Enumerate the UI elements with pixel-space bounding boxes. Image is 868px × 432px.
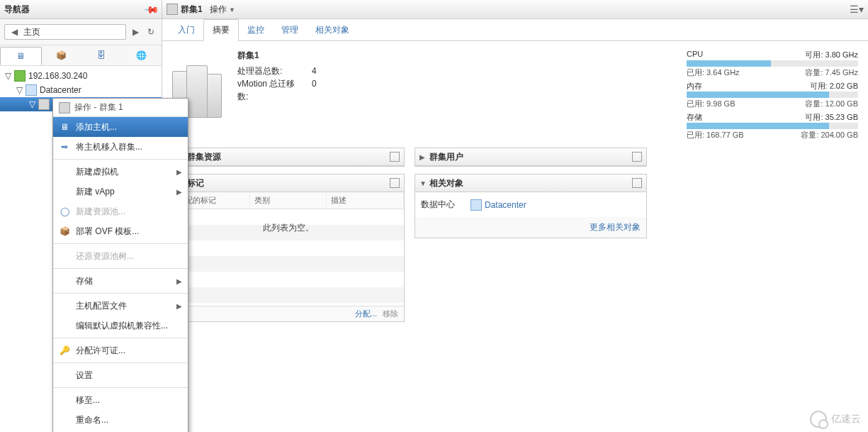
main-header: 群集1 操作 ▼ ☰▾ — [162, 0, 868, 19]
portlet-tags: ▼标记 分配的标记 类别 描述 此列表为空。 分配... 移除 — [172, 174, 405, 322]
forward-icon[interactable]: ▶ — [129, 26, 142, 38]
blank-icon — [59, 320, 70, 331]
breadcrumb-bar: ◀ 主页 ▶ ↻ — [0, 19, 162, 45]
ctx-item[interactable]: 重命名... — [53, 410, 188, 430]
blank-icon — [59, 275, 70, 287]
tree-vcenter[interactable]: ▽ 192.168.30.240 — [0, 69, 162, 83]
ovf-icon: 📦 — [59, 226, 70, 237]
context-menu: 操作 - 群集 1 🖥添加主机...➡将主机移入群集...新建虚拟机▶新建 vA… — [52, 98, 188, 432]
related-dc-link[interactable]: Datacenter — [470, 199, 526, 211]
summary-content: 群集1 处理器总数:4 vMotion 总迁移数:0 CPU可用: 3.80 G… — [162, 41, 868, 432]
chevron-right-icon: ▶ — [176, 168, 182, 176]
portlet-related-objects: ▼相关对象 数据中心 Datacenter 更多相关对象 — [415, 174, 647, 238]
blank-icon — [59, 166, 70, 177]
col-description[interactable]: 描述 — [327, 192, 404, 209]
chevron-down-icon: ▼ — [229, 6, 235, 13]
tags-empty-msg: 此列表为空。 — [173, 209, 404, 306]
cluster-icon — [38, 99, 50, 110]
blank-icon — [59, 250, 70, 262]
portlet-cluster-users: ▶群集用户 — [415, 148, 647, 167]
ctx-item[interactable]: 设置 — [53, 365, 188, 385]
ctx-item[interactable]: 新建虚拟机▶ — [53, 162, 188, 182]
gear-icon[interactable]: ☰▾ — [850, 4, 864, 15]
hosts-icon: 🖥 — [16, 51, 25, 61]
breadcrumb-label: 主页 — [23, 26, 40, 38]
host-icon: 🖥 — [59, 121, 70, 133]
blank-icon — [59, 394, 70, 406]
object-title: 群集1 — [167, 4, 203, 16]
ctx-item[interactable]: ➡将主机移入群集... — [53, 137, 188, 157]
watermark: 亿速云 — [810, 411, 861, 428]
caret-icon[interactable]: ▽ — [16, 85, 23, 95]
blank-icon — [59, 370, 70, 381]
network-view-tab[interactable]: 🌐 — [122, 47, 162, 64]
portlet-box-icon[interactable] — [390, 178, 400, 188]
vm-icon: 📦 — [56, 50, 67, 60]
tab-monitor[interactable]: 监控 — [239, 20, 273, 40]
detail-tabs: 入门 摘要 监控 管理 相关对象 — [162, 19, 868, 41]
tab-getting-started[interactable]: 入门 — [169, 20, 203, 40]
cluster-icon — [59, 102, 70, 113]
remove-tag-link: 移除 — [383, 309, 398, 319]
meter-内存: 内存可用: 2.02 GB已用: 9.98 GB容量: 12.00 GB — [687, 81, 858, 109]
actions-menu[interactable]: 操作 ▼ — [210, 4, 235, 16]
storage-view-tab[interactable]: 🗄 — [81, 47, 122, 64]
cluster-icon — [167, 4, 178, 15]
context-menu-header: 操作 - 群集 1 — [53, 99, 188, 117]
portlet-box-icon[interactable] — [632, 152, 642, 162]
portlet-box-icon[interactable] — [390, 152, 400, 162]
related-dc-label: 数据中心 — [421, 199, 463, 211]
storage-icon: 🗄 — [97, 50, 106, 60]
caret-icon[interactable]: ▽ — [4, 71, 11, 81]
pin-icon[interactable]: 📌 — [143, 1, 159, 17]
ctx-item[interactable]: 🔑分配许可证... — [53, 340, 188, 360]
col-category[interactable]: 类别 — [250, 192, 327, 209]
breadcrumb[interactable]: ◀ 主页 — [4, 24, 126, 40]
move-icon: ➡ — [59, 141, 70, 153]
chevron-right-icon: ▶ — [176, 188, 182, 196]
ctx-item[interactable]: 存储▶ — [53, 271, 188, 291]
sidebar-header: 导航器 📌 — [0, 0, 162, 19]
ctx-item[interactable]: 📦部署 OVF 模板... — [53, 221, 188, 241]
resource-meters: CPU可用: 3.80 GHz已用: 3.64 GHz容量: 7.45 GHz内… — [687, 50, 858, 140]
assign-tag-link[interactable]: 分配... — [355, 309, 377, 319]
chevron-right-icon[interactable]: ▶ — [419, 153, 429, 161]
hosts-view-tab[interactable]: 🖥 — [0, 47, 42, 65]
sidebar-title: 导航器 — [4, 4, 30, 16]
portlet-cluster-resources: ▶群集资源 — [172, 148, 405, 167]
vcenter-icon — [14, 70, 26, 82]
history-icon[interactable]: ↻ — [145, 26, 157, 38]
main-panel: 群集1 操作 ▼ ☰▾ 入门 摘要 监控 管理 相关对象 群集1 — [162, 0, 868, 432]
pool-icon: ◯ — [59, 206, 70, 217]
chevron-right-icon: ▶ — [176, 302, 182, 310]
datacenter-icon — [26, 84, 37, 96]
ctx-item: ◯新建资源池... — [53, 201, 188, 221]
cluster-info: 群集1 处理器总数:4 vMotion 总迁移数:0 — [237, 50, 317, 140]
tab-manage[interactable]: 管理 — [273, 20, 307, 40]
meter-CPU: CPU可用: 3.80 GHz已用: 3.64 GHz容量: 7.45 GHz — [687, 50, 858, 78]
ctx-item[interactable]: 移至... — [53, 390, 188, 410]
ctx-item[interactable]: 主机配置文件▶ — [53, 296, 188, 316]
blank-icon — [59, 300, 70, 311]
watermark-logo-icon — [810, 411, 827, 428]
more-related-link[interactable]: 更多相关对象 — [590, 222, 641, 232]
ctx-item: 还原资源池树... — [53, 246, 188, 266]
blank-icon — [59, 414, 70, 426]
ctx-item[interactable]: 编辑默认虚拟机兼容性... — [53, 316, 188, 336]
chevron-down-icon[interactable]: ▼ — [419, 179, 429, 187]
tab-related[interactable]: 相关对象 — [307, 20, 358, 40]
network-icon: 🌐 — [136, 50, 147, 60]
ctx-item[interactable]: 新建 vApp▶ — [53, 182, 188, 201]
caret-icon[interactable]: ▽ — [28, 99, 35, 109]
vms-view-tab[interactable]: 📦 — [42, 47, 82, 64]
back-icon[interactable]: ◀ — [8, 26, 21, 38]
blank-icon — [59, 186, 70, 197]
lic-icon: 🔑 — [59, 345, 70, 356]
tab-summary[interactable]: 摘要 — [203, 19, 239, 41]
ctx-item[interactable]: 🖥添加主机... — [53, 117, 188, 137]
meter-存储: 存储可用: 35.23 GB已用: 168.77 GB容量: 204.00 GB — [687, 112, 858, 140]
datacenter-icon — [470, 199, 482, 211]
chevron-right-icon: ▶ — [176, 277, 182, 285]
tree-datacenter[interactable]: ▽ Datacenter — [0, 83, 162, 97]
portlet-box-icon[interactable] — [632, 178, 642, 188]
